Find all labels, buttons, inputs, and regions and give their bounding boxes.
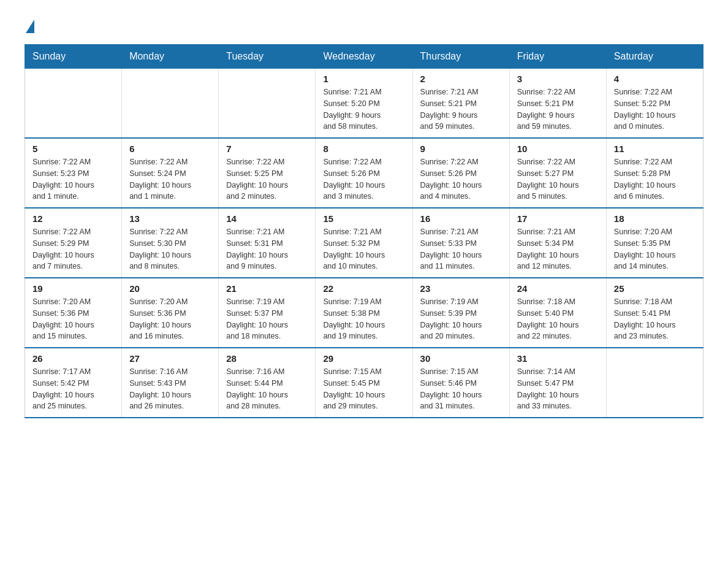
day-info: Sunrise: 7:19 AM Sunset: 5:37 PM Dayligh… <box>226 296 308 342</box>
day-number: 22 <box>323 283 404 294</box>
day-info: Sunrise: 7:21 AM Sunset: 5:21 PM Dayligh… <box>420 86 502 132</box>
day-info: Sunrise: 7:21 AM Sunset: 5:31 PM Dayligh… <box>226 226 308 272</box>
day-number: 12 <box>32 213 114 224</box>
calendar-cell: 19Sunrise: 7:20 AM Sunset: 5:36 PM Dayli… <box>25 278 122 348</box>
day-info: Sunrise: 7:22 AM Sunset: 5:22 PM Dayligh… <box>614 86 696 132</box>
day-number: 16 <box>420 213 502 224</box>
calendar-header: SundayMondayTuesdayWednesdayThursdayFrid… <box>25 45 703 69</box>
day-of-week-header: Monday <box>122 45 219 69</box>
calendar-week-row: 5Sunrise: 7:22 AM Sunset: 5:23 PM Daylig… <box>25 138 703 208</box>
day-number: 31 <box>517 353 599 364</box>
calendar-cell: 24Sunrise: 7:18 AM Sunset: 5:40 PM Dayli… <box>509 278 606 348</box>
calendar-week-row: 1Sunrise: 7:21 AM Sunset: 5:20 PM Daylig… <box>25 69 703 139</box>
day-info: Sunrise: 7:19 AM Sunset: 5:38 PM Dayligh… <box>323 296 404 342</box>
day-info: Sunrise: 7:21 AM Sunset: 5:33 PM Dayligh… <box>420 226 502 272</box>
days-of-week-row: SundayMondayTuesdayWednesdayThursdayFrid… <box>25 45 703 69</box>
day-info: Sunrise: 7:14 AM Sunset: 5:47 PM Dayligh… <box>517 366 599 412</box>
calendar-cell: 3Sunrise: 7:22 AM Sunset: 5:21 PM Daylig… <box>509 69 606 139</box>
calendar-cell: 15Sunrise: 7:21 AM Sunset: 5:32 PM Dayli… <box>316 208 412 278</box>
day-number: 23 <box>420 283 502 294</box>
day-number: 15 <box>323 213 404 224</box>
calendar-cell: 2Sunrise: 7:21 AM Sunset: 5:21 PM Daylig… <box>412 69 509 139</box>
day-number: 14 <box>226 213 308 224</box>
page-header <box>25 18 703 32</box>
day-of-week-header: Sunday <box>25 45 122 69</box>
calendar-table: SundayMondayTuesdayWednesdayThursdayFrid… <box>25 44 703 418</box>
day-number: 2 <box>420 74 502 84</box>
calendar-cell: 31Sunrise: 7:14 AM Sunset: 5:47 PM Dayli… <box>509 348 606 418</box>
calendar-cell: 7Sunrise: 7:22 AM Sunset: 5:25 PM Daylig… <box>219 138 316 208</box>
day-of-week-header: Thursday <box>412 45 509 69</box>
day-info: Sunrise: 7:21 AM Sunset: 5:32 PM Dayligh… <box>323 226 404 272</box>
calendar-cell: 28Sunrise: 7:16 AM Sunset: 5:44 PM Dayli… <box>219 348 316 418</box>
calendar-cell: 29Sunrise: 7:15 AM Sunset: 5:45 PM Dayli… <box>316 348 412 418</box>
day-info: Sunrise: 7:22 AM Sunset: 5:27 PM Dayligh… <box>517 156 599 202</box>
day-info: Sunrise: 7:21 AM Sunset: 5:20 PM Dayligh… <box>323 86 404 132</box>
calendar-cell: 22Sunrise: 7:19 AM Sunset: 5:38 PM Dayli… <box>316 278 412 348</box>
day-number: 29 <box>323 353 404 364</box>
day-number: 4 <box>614 74 696 84</box>
calendar-cell: 16Sunrise: 7:21 AM Sunset: 5:33 PM Dayli… <box>412 208 509 278</box>
day-number: 21 <box>226 283 308 294</box>
day-info: Sunrise: 7:15 AM Sunset: 5:46 PM Dayligh… <box>420 366 502 412</box>
day-info: Sunrise: 7:18 AM Sunset: 5:40 PM Dayligh… <box>517 296 599 342</box>
calendar-cell <box>122 69 219 139</box>
day-info: Sunrise: 7:22 AM Sunset: 5:23 PM Dayligh… <box>32 156 114 202</box>
calendar-cell: 11Sunrise: 7:22 AM Sunset: 5:28 PM Dayli… <box>606 138 703 208</box>
day-info: Sunrise: 7:15 AM Sunset: 5:45 PM Dayligh… <box>323 366 404 412</box>
logo <box>25 18 36 32</box>
day-info: Sunrise: 7:20 AM Sunset: 5:35 PM Dayligh… <box>614 226 696 272</box>
calendar-cell: 25Sunrise: 7:18 AM Sunset: 5:41 PM Dayli… <box>606 278 703 348</box>
day-number: 27 <box>129 353 211 364</box>
calendar-cell: 20Sunrise: 7:20 AM Sunset: 5:36 PM Dayli… <box>122 278 219 348</box>
day-info: Sunrise: 7:22 AM Sunset: 5:26 PM Dayligh… <box>420 156 502 202</box>
day-info: Sunrise: 7:16 AM Sunset: 5:43 PM Dayligh… <box>129 366 211 412</box>
day-info: Sunrise: 7:22 AM Sunset: 5:21 PM Dayligh… <box>517 86 599 132</box>
calendar-cell: 21Sunrise: 7:19 AM Sunset: 5:37 PM Dayli… <box>219 278 316 348</box>
day-number: 30 <box>420 353 502 364</box>
calendar-cell: 13Sunrise: 7:22 AM Sunset: 5:30 PM Dayli… <box>122 208 219 278</box>
calendar-cell: 4Sunrise: 7:22 AM Sunset: 5:22 PM Daylig… <box>606 69 703 139</box>
day-info: Sunrise: 7:22 AM Sunset: 5:26 PM Dayligh… <box>323 156 404 202</box>
day-info: Sunrise: 7:17 AM Sunset: 5:42 PM Dayligh… <box>32 366 114 412</box>
day-of-week-header: Wednesday <box>316 45 412 69</box>
day-info: Sunrise: 7:21 AM Sunset: 5:34 PM Dayligh… <box>517 226 599 272</box>
day-number: 17 <box>517 213 599 224</box>
day-number: 7 <box>226 144 308 154</box>
calendar-cell: 18Sunrise: 7:20 AM Sunset: 5:35 PM Dayli… <box>606 208 703 278</box>
calendar-week-row: 19Sunrise: 7:20 AM Sunset: 5:36 PM Dayli… <box>25 278 703 348</box>
day-number: 9 <box>420 144 502 154</box>
day-number: 1 <box>323 74 404 84</box>
day-number: 8 <box>323 144 404 154</box>
day-number: 24 <box>517 283 599 294</box>
calendar-cell: 12Sunrise: 7:22 AM Sunset: 5:29 PM Dayli… <box>25 208 122 278</box>
day-number: 5 <box>32 144 114 154</box>
calendar-cell <box>219 69 316 139</box>
day-info: Sunrise: 7:22 AM Sunset: 5:28 PM Dayligh… <box>614 156 696 202</box>
day-number: 28 <box>226 353 308 364</box>
day-info: Sunrise: 7:16 AM Sunset: 5:44 PM Dayligh… <box>226 366 308 412</box>
day-info: Sunrise: 7:20 AM Sunset: 5:36 PM Dayligh… <box>32 296 114 342</box>
calendar-cell: 6Sunrise: 7:22 AM Sunset: 5:24 PM Daylig… <box>122 138 219 208</box>
day-number: 3 <box>517 74 599 84</box>
day-of-week-header: Tuesday <box>219 45 316 69</box>
day-info: Sunrise: 7:22 AM Sunset: 5:30 PM Dayligh… <box>129 226 211 272</box>
day-number: 20 <box>129 283 211 294</box>
day-number: 11 <box>614 144 696 154</box>
day-of-week-header: Saturday <box>606 45 703 69</box>
day-number: 25 <box>614 283 696 294</box>
day-info: Sunrise: 7:19 AM Sunset: 5:39 PM Dayligh… <box>420 296 502 342</box>
calendar-week-row: 12Sunrise: 7:22 AM Sunset: 5:29 PM Dayli… <box>25 208 703 278</box>
calendar-week-row: 26Sunrise: 7:17 AM Sunset: 5:42 PM Dayli… <box>25 348 703 418</box>
day-of-week-header: Friday <box>509 45 606 69</box>
calendar-cell: 17Sunrise: 7:21 AM Sunset: 5:34 PM Dayli… <box>509 208 606 278</box>
day-number: 6 <box>129 144 211 154</box>
calendar-cell: 27Sunrise: 7:16 AM Sunset: 5:43 PM Dayli… <box>122 348 219 418</box>
calendar-cell: 10Sunrise: 7:22 AM Sunset: 5:27 PM Dayli… <box>509 138 606 208</box>
day-info: Sunrise: 7:20 AM Sunset: 5:36 PM Dayligh… <box>129 296 211 342</box>
calendar-cell: 8Sunrise: 7:22 AM Sunset: 5:26 PM Daylig… <box>316 138 412 208</box>
day-info: Sunrise: 7:18 AM Sunset: 5:41 PM Dayligh… <box>614 296 696 342</box>
calendar-cell <box>606 348 703 418</box>
day-info: Sunrise: 7:22 AM Sunset: 5:24 PM Dayligh… <box>129 156 211 202</box>
day-info: Sunrise: 7:22 AM Sunset: 5:25 PM Dayligh… <box>226 156 308 202</box>
